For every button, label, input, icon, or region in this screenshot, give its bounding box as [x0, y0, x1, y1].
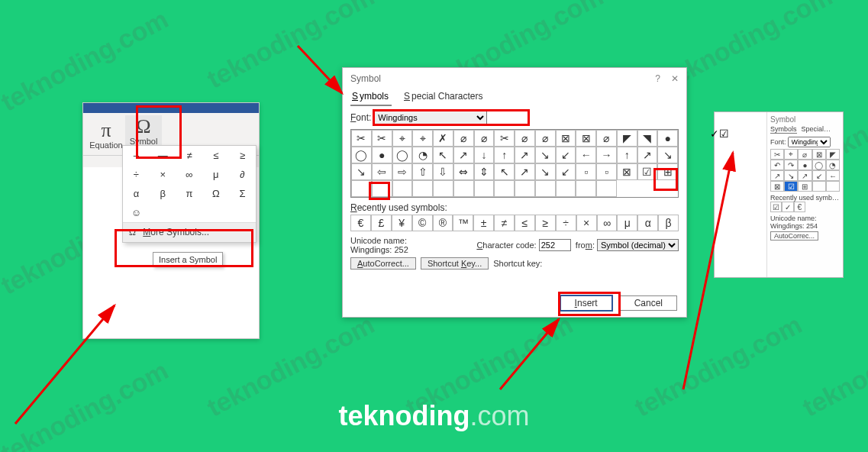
symbol-cell[interactable]: → [596, 147, 617, 163]
symbol-cell[interactable]: ↷ [784, 160, 798, 170]
symbol-cell[interactable]: ↖ [433, 147, 453, 163]
symbol-cell[interactable]: ✂ [351, 130, 372, 147]
tab-special-characters[interactable]: Special… [802, 125, 831, 134]
symbol-cell[interactable]: ◔ [826, 160, 840, 170]
symbol-cell[interactable] [474, 180, 495, 197]
symbol-cell[interactable]: ⊠ [770, 181, 784, 192]
symbol-cell[interactable]: ▫ [576, 163, 596, 180]
symbol-cell[interactable]: ↑ [494, 147, 515, 163]
symbol-cell[interactable]: ● [798, 160, 812, 170]
symbol-cell[interactable]: ↗ [798, 170, 812, 181]
symbol-cell[interactable]: ⊠ [576, 130, 596, 147]
tab-symbols[interactable]: Symbols [770, 125, 797, 134]
symbol-cell[interactable]: ↘ [784, 170, 798, 181]
symbol-cell[interactable] [556, 180, 576, 197]
symbol-cell[interactable] [535, 180, 556, 197]
recent-symbol-cell[interactable]: ± [473, 215, 494, 231]
symbol-cell[interactable] [433, 180, 453, 197]
symbol-cell[interactable]: ↘ [351, 163, 372, 180]
symbol-cell[interactable] [515, 180, 535, 197]
recent-symbol-cell[interactable]: μ [617, 215, 637, 231]
symbol-grid[interactable]: ✂⌖⌀⊠◤↶↷●◯◔↗↘↗↙←⊠☑⊞ [770, 149, 840, 192]
symbol-cell[interactable]: ◔ [412, 147, 433, 163]
recent-symbol-cell[interactable]: £ [371, 215, 392, 231]
recent-symbol-cell[interactable]: ™ [453, 215, 473, 231]
symbol-cell[interactable]: ≤ [202, 146, 229, 165]
symbol-cell[interactable] [576, 180, 596, 197]
symbol-cell[interactable] [453, 180, 474, 197]
recent-symbol-cell[interactable]: ¥ [392, 215, 412, 231]
symbol-cell[interactable]: ✂ [770, 149, 784, 160]
symbol-cell[interactable]: ◥ [637, 130, 658, 147]
recent-symbol-cell[interactable]: ≠ [494, 215, 515, 231]
symbol-cell[interactable]: ↗ [453, 147, 474, 163]
symbol-cell[interactable]: ⌀ [798, 149, 812, 160]
recent-symbol-cell[interactable]: € [794, 202, 805, 212]
symbol-cell[interactable]: ● [657, 130, 678, 147]
recent-symbol-cell[interactable]: ® [433, 215, 453, 231]
symbol-cell[interactable]: ↗ [770, 170, 784, 181]
symbol-cell[interactable]: ⊞ [798, 181, 812, 192]
symbol-grid[interactable]: ✂✂⌖⌖✗⌀⌀✂⌀⌀⊠⊠⌀◤◥●◯●◯◔↖↗↓↑↗↘↙←→↑↗↘↘⇦⇨⇧⇩⇔⇕↖… [350, 129, 679, 198]
recent-symbol-cell[interactable]: α [637, 215, 658, 231]
recent-symbol-cell[interactable]: ≤ [515, 215, 535, 231]
symbol-cell[interactable]: ⌀ [474, 130, 495, 147]
symbol-cell[interactable]: ▫ [596, 163, 617, 180]
symbol-cell[interactable]: ⌖ [392, 130, 413, 147]
recent-symbol-cell[interactable]: ∞ [597, 215, 618, 231]
symbol-cell[interactable]: ← [826, 170, 840, 181]
symbol-cell[interactable]: ⊠ [617, 163, 637, 180]
symbol-cell[interactable]: ⊠ [556, 130, 576, 147]
symbol-cell[interactable]: ☺ [123, 203, 150, 222]
recent-symbol-cell[interactable]: β [658, 215, 679, 231]
symbol-cell[interactable]: ↗ [515, 163, 535, 180]
symbol-cell[interactable]: ⌀ [596, 130, 617, 147]
equation-button[interactable]: π Equation [88, 119, 124, 150]
symbol-cell[interactable]: ◯ [812, 160, 826, 170]
symbol-cell[interactable]: μ [202, 165, 229, 184]
help-icon[interactable]: ? [655, 73, 660, 84]
autocorrect-button[interactable]: AutoCorrec... [770, 231, 818, 241]
symbol-cell[interactable] [812, 181, 826, 192]
tab-special-characters[interactable]: Special Characters [402, 89, 486, 106]
symbol-cell[interactable]: ← [576, 147, 596, 163]
symbol-cell[interactable]: ↗ [515, 147, 535, 163]
symbol-cell[interactable]: ↘ [535, 147, 556, 163]
symbol-cell[interactable]: ↶ [770, 160, 784, 170]
recent-symbol-cell[interactable]: ✓ [782, 202, 793, 212]
recent-symbol-cell[interactable]: × [576, 215, 597, 231]
symbol-cell[interactable]: Ω [202, 184, 229, 203]
recent-symbol-cell[interactable]: ☑ [770, 202, 782, 212]
symbol-cell[interactable]: ↗ [637, 147, 658, 163]
symbol-cell[interactable]: ✗ [433, 130, 453, 147]
symbol-cell[interactable] [596, 180, 617, 197]
symbol-cell[interactable]: ↙ [556, 147, 576, 163]
symbol-cell[interactable]: β [150, 184, 176, 203]
symbol-cell[interactable]: ⇦ [372, 163, 392, 180]
recent-symbol-cell[interactable]: ÷ [556, 215, 576, 231]
symbol-cell[interactable]: ⌖ [784, 149, 798, 160]
autocorrect-button[interactable]: AutoCorrect... [350, 257, 416, 270]
symbol-cell[interactable]: ◯ [392, 147, 413, 163]
symbol-cell[interactable]: ⇨ [392, 163, 413, 180]
symbol-cell[interactable]: ◤ [826, 149, 840, 160]
symbol-cell[interactable]: × [150, 165, 176, 184]
recent-symbol-cell[interactable]: © [412, 215, 433, 231]
charcode-input[interactable] [539, 239, 571, 251]
symbol-cell[interactable]: ↖ [494, 163, 515, 180]
symbol-cell[interactable]: ↓ [474, 147, 495, 163]
cancel-button[interactable]: Cancel [620, 295, 677, 311]
symbol-cell[interactable]: ⌖ [412, 130, 433, 147]
shortcut-key-button[interactable]: Shortcut Key... [421, 257, 489, 270]
recent-symbol-cell[interactable]: € [350, 215, 371, 231]
symbol-cell[interactable]: ∂ [229, 165, 256, 184]
symbol-cell[interactable]: Σ [229, 184, 256, 203]
symbol-cell[interactable]: ⌀ [453, 130, 474, 147]
symbol-cell[interactable]: ⇧ [412, 163, 433, 180]
symbol-cell[interactable] [412, 180, 433, 197]
symbol-cell[interactable]: ↘ [657, 147, 678, 163]
symbol-cell[interactable] [826, 181, 840, 192]
recent-symbols-grid[interactable]: ☑✓€ [770, 202, 805, 212]
symbol-cell[interactable]: ⌀ [535, 130, 556, 147]
symbol-cell[interactable]: ◤ [617, 130, 637, 147]
